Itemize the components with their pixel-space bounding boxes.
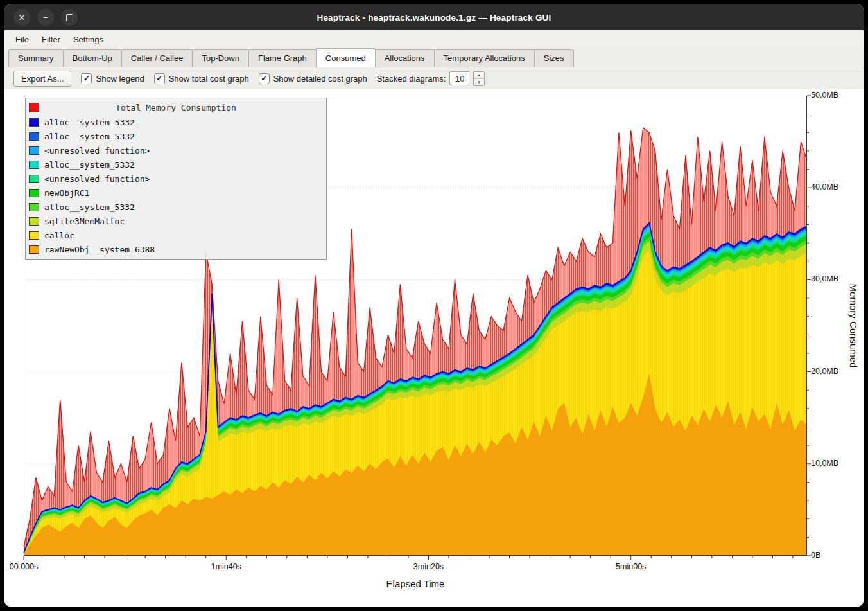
checkbox-show-detailed-cost-graph[interactable]: ✓Show detailed cost graph — [259, 73, 367, 84]
title-bar: ✕ − Heaptrack - heaptrack.wakunode.1.gz … — [4, 4, 864, 30]
checkbox-label: Show detailed cost graph — [273, 74, 367, 84]
legend-label: rawNewObj__system_6388 — [44, 245, 155, 254]
minimize-icon: − — [43, 13, 48, 22]
menu-settings[interactable]: Settings — [67, 32, 109, 47]
legend-label: alloc__system_5332 — [44, 132, 135, 141]
legend-item: calloc — [26, 228, 326, 242]
y-tick-label: 10,0MB — [811, 459, 838, 468]
y-tick-label: 20,0MB — [811, 367, 838, 376]
legend-swatch — [29, 175, 39, 183]
y-axis-title: Memory Consumed — [848, 284, 859, 368]
chart-legend: Total Memory Consumption alloc__system_5… — [25, 98, 327, 260]
legend-item: sqlite3MemMalloc — [26, 214, 326, 228]
checkbox-icon: ✓ — [81, 73, 92, 84]
tab-caller-callee[interactable]: Caller / Callee — [121, 49, 193, 67]
total-swatch — [29, 103, 39, 112]
y-tick-label: 30,0MB — [811, 274, 838, 283]
y-tick-label: 40,0MB — [811, 182, 838, 191]
menu-bar: FileFilterSettings — [4, 30, 864, 48]
tab-bar: SummaryBottom-UpCaller / CalleeTop-DownF… — [4, 48, 864, 67]
legend-item: alloc__system_5332 — [26, 129, 326, 143]
legend-swatch — [29, 146, 39, 155]
window-controls: ✕ − — [13, 9, 78, 26]
legend-label: alloc__system_5332 — [44, 118, 135, 127]
maximize-button[interactable] — [61, 9, 78, 26]
y-tick-label: 0B — [811, 551, 820, 560]
minimize-button[interactable]: − — [37, 9, 54, 26]
y-tick-label: 50,0MB — [811, 91, 838, 100]
x-tick-label: 1min40s — [211, 562, 241, 571]
legend-label: sqlite3MemMalloc — [44, 217, 125, 226]
x-tick-label: 3min20s — [413, 562, 444, 571]
x-tick-label: 5min00s — [616, 562, 646, 571]
tab-sizes[interactable]: Sizes — [534, 49, 574, 67]
checkbox-show-legend[interactable]: ✓Show legend — [81, 73, 144, 84]
stacked-diagrams-label: Stacked diagrams: — [377, 74, 446, 84]
legend-item: alloc__system_5332 — [26, 157, 326, 172]
legend-item: alloc__system_5332 — [26, 115, 326, 129]
legend-item: newObjRC1 — [26, 186, 326, 200]
legend-swatch — [29, 245, 39, 254]
x-axis-title: Elapsed Time — [24, 578, 807, 589]
legend-swatch — [29, 189, 39, 197]
legend-title: Total Memory Consumption — [26, 103, 326, 112]
checkbox-icon: ✓ — [154, 73, 165, 84]
app-window: ✕ − Heaptrack - heaptrack.wakunode.1.gz … — [4, 4, 864, 607]
checkbox-show-total-cost-graph[interactable]: ✓Show total cost graph — [154, 73, 249, 84]
tab-consumed[interactable]: Consumed — [316, 48, 376, 67]
window-title: Heaptrack - heaptrack.wakunode.1.gz — He… — [317, 13, 551, 22]
spinner-buttons: ▲ ▼ — [473, 71, 485, 86]
tab-bottom-up[interactable]: Bottom-Up — [63, 49, 122, 67]
tab-top-down[interactable]: Top-Down — [192, 49, 249, 67]
spinner-down-button[interactable]: ▼ — [474, 78, 484, 85]
legend-label: <unresolved function> — [44, 174, 150, 184]
legend-label: newObjRC1 — [44, 188, 89, 198]
legend-label: <unresolved function> — [44, 146, 150, 155]
tab-flame-graph[interactable]: Flame Graph — [248, 49, 317, 67]
spinner-up-button[interactable]: ▲ — [474, 72, 484, 78]
checkbox-group: ✓Show legend✓Show total cost graph✓Show … — [81, 73, 367, 84]
stacked-diagrams-spinner: Stacked diagrams: 10 ▲ ▼ — [377, 71, 485, 86]
toolbar: Export As... ✓Show legend✓Show total cos… — [4, 67, 864, 89]
tab-temporary-allocations[interactable]: Temporary Allocations — [434, 49, 535, 67]
legend-title-row: Total Memory Consumption — [26, 100, 326, 115]
consumed-chart-area: Total Memory Consumption alloc__system_5… — [4, 89, 864, 607]
legend-swatch — [29, 217, 39, 226]
legend-item: <unresolved function> — [26, 143, 326, 157]
legend-item: <unresolved function> — [26, 172, 326, 186]
tab-summary[interactable]: Summary — [8, 49, 64, 67]
legend-swatch — [29, 118, 39, 127]
legend-label: calloc — [44, 231, 74, 240]
menu-filter[interactable]: Filter — [36, 32, 66, 47]
checkbox-icon: ✓ — [259, 73, 270, 84]
legend-label: alloc__system_5332 — [44, 160, 135, 170]
menu-file[interactable]: File — [10, 32, 35, 47]
close-icon: ✕ — [19, 13, 26, 22]
tab-allocations[interactable]: Allocations — [375, 49, 435, 67]
x-tick-label: 00.000s — [10, 562, 38, 571]
legend-swatch — [29, 231, 39, 240]
export-as-button[interactable]: Export As... — [13, 71, 71, 87]
legend-label: alloc__system_5332 — [44, 202, 135, 212]
legend-item: alloc__system_5332 — [26, 200, 326, 214]
checkbox-label: Show legend — [96, 74, 144, 84]
legend-item: rawNewObj__system_6388 — [26, 242, 326, 256]
close-button[interactable]: ✕ — [13, 9, 30, 26]
maximize-icon — [66, 14, 73, 21]
checkbox-label: Show total cost graph — [169, 74, 249, 84]
legend-swatch — [29, 132, 39, 141]
legend-swatch — [29, 161, 39, 169]
stacked-diagrams-value[interactable]: 10 — [449, 71, 469, 85]
legend-swatch — [29, 203, 39, 211]
